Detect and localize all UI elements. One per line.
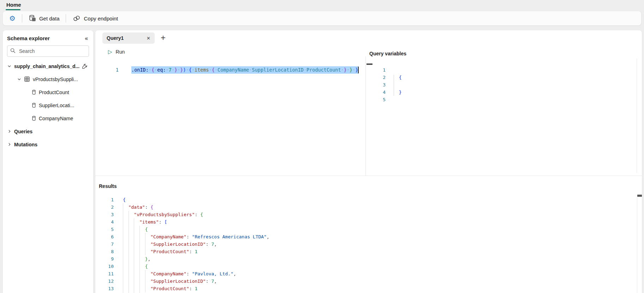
tab-query1[interactable]: Query1 ✕ (102, 32, 155, 44)
indent-guide (123, 263, 123, 270)
chevron-right-icon[interactable] (6, 142, 12, 147)
line-text: "CompanyName": "Pavlova, Ltd.", (123, 270, 236, 277)
tree-item-queries[interactable]: Queries (3, 125, 93, 138)
indent-guide (123, 211, 123, 218)
add-tab-button[interactable]: + (161, 33, 166, 42)
gear-icon: ⚙ (9, 15, 16, 22)
indent-guide (134, 263, 134, 270)
copy-endpoint-button[interactable]: Copy endpoint (69, 13, 121, 24)
query-variables-title: Query variables (369, 51, 406, 56)
run-button[interactable]: ▷ Run (108, 49, 125, 55)
indent-guide (134, 285, 134, 292)
ribbon-toolbar: ⚙ Get data Copy e (3, 11, 641, 25)
indent-guide (129, 233, 129, 240)
chevron-right-icon[interactable] (6, 129, 12, 134)
pane-splitter[interactable] (365, 56, 366, 176)
chevron-down-icon[interactable] (16, 77, 22, 81)
tree-item-productcount[interactable]: ProductCount (3, 86, 93, 99)
text-cursor (358, 67, 359, 73)
indent-guide (134, 226, 134, 233)
indent-guide (123, 255, 123, 263)
link-icon (72, 14, 81, 22)
collapse-panel-icon[interactable]: « (85, 36, 88, 41)
settings-button[interactable]: ⚙ (6, 13, 19, 24)
close-tab-icon[interactable]: ✕ (147, 36, 150, 41)
line-number: 1 (95, 196, 114, 203)
line-text: { (393, 74, 401, 81)
code-line: 6 "CompanyName": "Refrescos Americanas L… (95, 233, 636, 240)
code-line: 13 "ProductCount": 1 (95, 285, 636, 292)
top-nav: Home (0, 0, 644, 11)
indent-guide (129, 255, 129, 263)
line-number: 4 (95, 218, 114, 226)
indent-guide (123, 248, 123, 255)
indent-guide (134, 233, 134, 240)
line-text: "ProductCount": 1 (123, 285, 197, 292)
code-line: 12 "SupplierLocationID": 7, (95, 277, 636, 285)
code-line: 3 (371, 81, 401, 88)
indent-guide (139, 270, 140, 277)
search-input[interactable] (18, 48, 80, 54)
indent-guide (139, 263, 140, 270)
variables-scrollbar-track (637, 59, 637, 173)
query-code-line: .onID:·{·eq:·7·}·})·{·items·{·CompanyNam… (131, 66, 359, 74)
field-icon (32, 103, 36, 108)
schema-search[interactable] (7, 45, 89, 57)
tree-item-supplierlocati-[interactable]: SupplierLocati... (3, 99, 93, 112)
query-variables-editor[interactable]: 12 {34 }5 (371, 66, 401, 103)
tree-item-label: Queries (14, 129, 32, 134)
results-scrollbar-track (637, 197, 637, 293)
chevron-down-icon[interactable] (6, 64, 12, 68)
code-line: 5 (371, 96, 401, 103)
indent-guide (123, 285, 123, 292)
database-table-icon (29, 14, 36, 22)
line-number: 9 (95, 255, 114, 263)
indent-guide (134, 270, 134, 277)
query-editor[interactable]: 1 .onID:·{·eq:·7·}·})·{·items·{·CompanyN… (95, 66, 359, 74)
indent-guide (139, 285, 140, 292)
results-editor[interactable]: 1{2 "data": {3 "vProductsbySuppliers": {… (95, 196, 636, 293)
indent-guide (129, 263, 129, 270)
indent-guide (123, 240, 123, 248)
indent-guide (129, 226, 129, 233)
results-title: Results (99, 183, 117, 189)
indent-guide (145, 240, 145, 248)
line-text: "SupplierLocationID": 7, (123, 277, 217, 285)
indent-guide (129, 248, 129, 255)
line-number: 11 (95, 270, 114, 277)
code-line: 2 { (371, 74, 401, 81)
field-icon (32, 90, 36, 95)
line-number: 4 (371, 88, 386, 96)
run-label: Run (116, 49, 125, 55)
app-window: Home ⚙ Get data (0, 0, 644, 293)
manage-icon[interactable] (82, 63, 88, 69)
query-workspace-panel: Query1 ✕ + ▷ Run 1 .onID:·{·eq:·7·}·})·{… (95, 30, 642, 293)
line-number: 10 (95, 263, 114, 270)
tree-item-label: vProductsbySuppli... (33, 77, 78, 82)
line-text: { (123, 196, 126, 203)
copy-endpoint-label: Copy endpoint (84, 16, 118, 22)
code-line: 5 { (95, 226, 636, 233)
line-number: 1 (371, 66, 386, 74)
get-data-button[interactable]: Get data (25, 13, 63, 24)
tree-item-label: ProductCount (39, 90, 69, 95)
indent-guide (134, 255, 134, 263)
tree-item-mutations[interactable]: Mutations (3, 138, 93, 151)
line-number: 5 (95, 226, 114, 233)
indent-guide (134, 218, 134, 226)
indent-guide (123, 270, 123, 277)
indent-guide (145, 277, 145, 285)
tree-item-vproductsbysuppli-[interactable]: vProductsbySuppli... (3, 73, 93, 86)
code-line: 7 "SupplierLocationID": 7, (95, 240, 636, 248)
toolbar-divider (66, 14, 66, 23)
tree-item-supply-chain-analytics-d-[interactable]: supply_chain_analytics_d... (3, 60, 93, 73)
line-number: 7 (95, 240, 114, 248)
results-splitter[interactable] (95, 176, 642, 176)
indent-guide (123, 226, 123, 233)
code-line: 4 } (371, 88, 401, 96)
code-line: 9 }, (95, 255, 636, 263)
results-scrollbar-thumb[interactable] (637, 195, 642, 197)
tree-item-companyname[interactable]: CompanyName (3, 112, 93, 125)
code-line: 3 "vProductsbySuppliers": { (95, 211, 636, 218)
tab-home[interactable]: Home (6, 2, 21, 8)
